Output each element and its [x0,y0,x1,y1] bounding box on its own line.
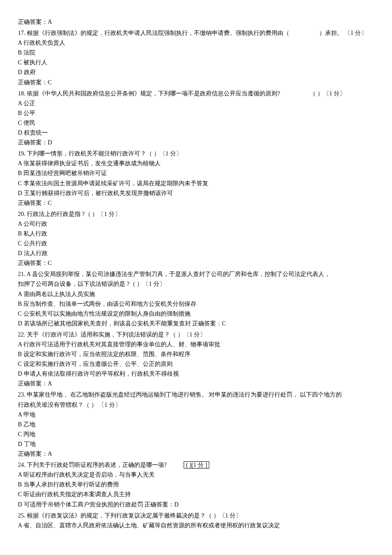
q17-stem-tail: ）承担。 〔1 分〕 [319,30,367,36]
q21-stem-line2: 扣押了公司两台设备，以下说法错误的是 ?（ ）〔1 分〕 [18,279,374,289]
q24-option-b: B 当事人承担行政机关举行听证的费用 [18,480,374,489]
q19-stem: 19. 下列哪一情形，行政机关不能注销行政许可？（ ）〔1 分〕 [18,149,374,158]
q24-boxed-points: ( )[1 分 ] [184,461,209,469]
q24-stem-text: 24. 下列关于行政处罚听证程序的表述，正确的是哪一项? [18,462,167,468]
q17-stem-text: 17. 根据《行政强制法》的规定，行政机关申请人民法院强制执行，不缴纳申请费。强… [18,30,289,36]
q22-option-d: D 申请人有依法取得行政许可的平等权利，行政机关不得歧视 [18,369,374,379]
q19-option-b: B 田某违法经营网吧被吊销许可证 [18,168,374,178]
q19-option-a: A 张某获得律师执业证书后，发生交通事故成为植物人 [18,158,374,168]
q18-stem-tail: （ ）〔1 分〕 [310,90,346,97]
q19-answer: 正确答案：C [18,198,374,208]
q17-option-b: B 法院 [18,48,374,58]
q23-option-a: A 甲地 [18,410,374,420]
q20-answer: 正确答案：C [18,258,374,268]
q24-stem: 24. 下列关于行政处罚听证程序的表述，正确的是哪一项?( )[1 分 ] [18,460,374,470]
q18-option-c: C 便民 [18,118,374,128]
q24-option-a: A 听证程序由行政机关决定是否启动，与当事人无关 [18,470,374,480]
q20-stem: 20. 行政法上的行政是指 ?（ ）〔1 分〕 [18,209,374,219]
q25-option-a: A 省、自治区、直辖市人民政府依法确认土地、矿藏等自然资源的所有权或者使用权的行… [18,520,374,530]
q18-stem: 18. 依据《中华人民共和国政府信息公开条例》规定，下列哪一项不是政府信息公开应… [18,89,374,98]
q21-option-b: B 应当制作查、扣清单一式两份，由该公司和地方公安机关分别保存 [18,299,374,309]
q24-option-d: D 可适用于吊销个体工商户营业执照的行政处罚 正确答案：D [18,500,374,509]
q19-option-d: D 王某行贿获得行政许可后，被行政机关发现并撤销该许可 [18,188,374,198]
q22-option-a: A 行政许可法适用于行政机关对其直接管理的事业单位的人、财、物事项审批 [18,339,374,349]
q17-answer: 正确答案：C [18,78,374,87]
q25-stem: 25. 根据《行政复议法》的规定，下列行政复议决定属于最终裁决的是？（ ）〔1 … [18,511,374,520]
q18-option-d: D 权责统一 [18,128,374,138]
q21-option-a: A 需由两名以上执法人员实施 [18,289,374,299]
q17-option-c: C 被执行人 [18,58,374,67]
q20-option-d: D 法人行政 [18,248,374,258]
q23-answer: 正确答案：A [18,449,374,459]
q18-option-a: A 公正 [18,98,374,108]
q21-option-d: D 若该场所已被其他国家机关查封，则该县公安机关不能重复查封 正确答案：C [18,319,374,328]
q22-option-c: C 设定和实施行政许可，应当遵循公开、公平、公正的原则 [18,359,374,369]
q23-option-b: B 乙地 [18,420,374,429]
q20-option-c: C 公共行政 [18,239,374,248]
q22-stem: 22. 关于《行政许可法》适用和实施，下列说法错误的是？（ ）〔1 分〕 [18,330,374,339]
q20-option-a: A 公司行政 [18,219,374,229]
q18-option-b: B 公平 [18,108,374,118]
q18-answer: 正确答案：D [18,138,374,147]
q21-stem-line1: 21. A 县公安局接到举报，某公司涉嫌违法生产管制刀具，于是派人查封了公司的厂… [18,269,374,279]
q21-option-c: C 公安机关可以实施由地方性法规设定的限制人身自由的强制措施 [18,309,374,319]
q19-option-c: C 李某依法向国土资源局申请延续采矿许可，该局在规定期限内未予答复 [18,178,374,188]
q17-option-d: D 政府 [18,67,374,77]
q17-stem: 17. 根据《行政强制法》的规定，行政机关申请人民法院强制执行，不缴纳申请费。强… [18,28,374,38]
q20-option-b: B 私人行政 [18,229,374,239]
q17-option-a: A 行政机关负责人 [18,38,374,48]
q23-option-d: D 丁地 [18,439,374,449]
q23-option-c: C 丙地 [18,429,374,439]
q23-stem-line2: 行政机关谁没有管辖权？（ ） 〔1 分〕 [18,400,374,410]
prev-answer: 正确答案：A [18,17,374,27]
q18-stem-text: 18. 依据《中华人民共和国政府信息公开条例》规定，下列哪一项不是政府信息公开应… [18,90,280,97]
q22-answer: 正确答案：A [18,379,374,388]
q22-option-b: B 设定和实施行政许可，应当依照法定的权限、范围、条件和程序 [18,349,374,359]
q24-option-c: C 听证由行政机关指定的本案调查人员主持 [18,489,374,499]
q23-stem-line1: 23. 申某家住甲地， 在乙地制作盗版光盘经过丙地运输到丁地进行销售。 对申某的… [18,390,374,400]
